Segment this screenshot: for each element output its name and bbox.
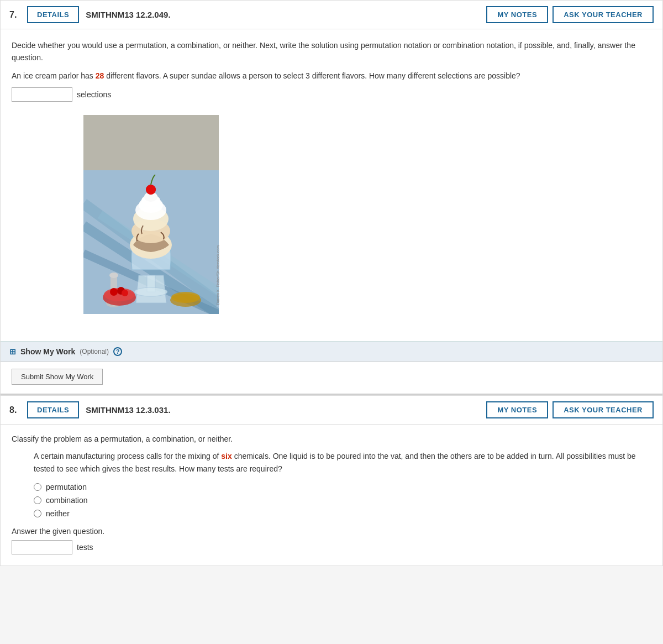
radio-combination[interactable] xyxy=(34,496,41,504)
svg-point-9 xyxy=(109,273,118,278)
question-7-problem: An ice cream parlor has 28 different fla… xyxy=(12,70,651,82)
radio-neither[interactable] xyxy=(34,510,41,517)
question-8-number: 8. xyxy=(9,405,20,415)
show-work-optional: (Optional) xyxy=(80,348,109,355)
svg-point-12 xyxy=(110,288,118,296)
expand-icon: ⊞ xyxy=(9,347,16,356)
details-button-8[interactable]: DETAILS xyxy=(27,401,79,418)
ask-teacher-button-7[interactable]: ASK YOUR TEACHER xyxy=(552,6,654,23)
page-container: 7. DETAILS SMITHNM13 12.2.049. MY NOTES … xyxy=(0,0,663,566)
show-work-label: Show My Work xyxy=(20,347,75,356)
question-8-right-buttons: MY NOTES ASK YOUR TEACHER xyxy=(486,401,654,418)
submit-work-section: Submit Show My Work xyxy=(1,362,662,395)
scenario-text: A certain manufacturing process calls fo… xyxy=(34,450,651,475)
radio-options-group: permutation combination neither xyxy=(34,483,651,518)
radio-option-neither[interactable]: neither xyxy=(34,509,651,518)
question-8-id: SMITHNM13 12.3.031. xyxy=(86,405,480,415)
question-8-header: 8. DETAILS SMITHNM13 12.3.031. MY NOTES … xyxy=(1,396,662,425)
radio-combination-label: combination xyxy=(46,496,88,505)
question-8-answer-input[interactable] xyxy=(12,540,72,554)
sundae-image-container: Darren K. Fisher/Shutterstock.com xyxy=(83,115,219,316)
svg-rect-6 xyxy=(83,115,219,170)
question-7-answer-label: selections xyxy=(77,90,111,99)
radio-neither-label: neither xyxy=(46,509,70,518)
sundae-image xyxy=(83,115,219,314)
radio-option-combination[interactable]: combination xyxy=(34,496,651,505)
question-8-answer-label: tests xyxy=(77,543,93,552)
question-8-body: Classify the problem as a permutation, a… xyxy=(1,425,662,566)
question-7-id: SMITHNM13 12.2.049. xyxy=(86,10,480,19)
show-work-bar[interactable]: ⊞ Show My Work (Optional) ? xyxy=(1,341,662,362)
answer-question-label: Answer the given question. xyxy=(12,527,651,536)
question-7-right-buttons: MY NOTES ASK YOUR TEACHER xyxy=(486,6,654,23)
submit-work-button[interactable]: Submit Show My Work xyxy=(12,369,103,385)
question-7-body: Decide whether you would use a permutati… xyxy=(1,29,662,336)
question-8-answer-row: tests xyxy=(12,540,651,554)
svg-point-14 xyxy=(122,290,128,296)
ask-teacher-button-8[interactable]: ASK YOUR TEACHER xyxy=(552,401,654,418)
radio-permutation[interactable] xyxy=(34,483,41,491)
classify-instruction: Classify the problem as a permutation, a… xyxy=(12,434,651,443)
svg-point-18 xyxy=(134,287,167,296)
problem-number-highlight: 28 xyxy=(96,71,104,80)
question-7-header: 7. DETAILS SMITHNM13 12.2.049. MY NOTES … xyxy=(1,1,662,29)
my-notes-button-7[interactable]: MY NOTES xyxy=(486,6,548,23)
svg-point-27 xyxy=(146,185,156,195)
question-7-answer-input[interactable] xyxy=(12,87,72,102)
question-7-answer-row: selections xyxy=(12,87,651,102)
radio-permutation-label: permutation xyxy=(46,483,87,491)
question-7-block: 7. DETAILS SMITHNM13 12.2.049. MY NOTES … xyxy=(0,0,663,395)
photo-credit: Darren K. Fisher/Shutterstock.com xyxy=(216,245,220,305)
problem-text-part2: different flavors. A super sundae allows… xyxy=(104,71,520,80)
scenario-part1: A certain manufacturing process calls fo… xyxy=(34,452,221,460)
question-7-number: 7. xyxy=(9,10,20,20)
svg-point-16 xyxy=(171,292,200,303)
my-notes-button-8[interactable]: MY NOTES xyxy=(486,401,548,418)
question-8-block: 8. DETAILS SMITHNM13 12.3.031. MY NOTES … xyxy=(0,395,663,566)
problem-text-part1: An ice cream parlor has xyxy=(12,71,96,80)
radio-option-permutation[interactable]: permutation xyxy=(34,483,651,491)
question-7-instruction: Decide whether you would use a permutati… xyxy=(12,39,651,64)
details-button-7[interactable]: DETAILS xyxy=(27,6,79,23)
help-icon[interactable]: ? xyxy=(113,347,122,356)
scenario-highlight: six xyxy=(221,452,231,460)
